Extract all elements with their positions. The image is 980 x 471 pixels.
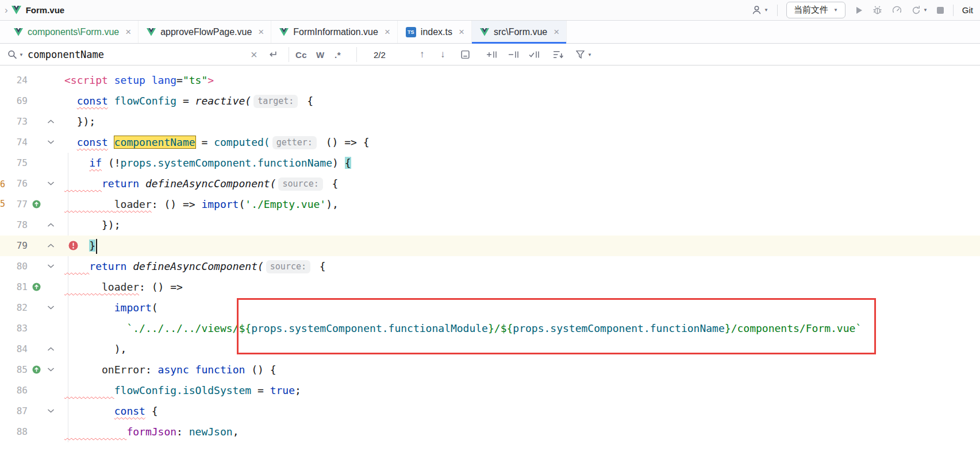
tab-label: approveFlowPage.vue (160, 27, 252, 37)
code-segment (126, 260, 133, 272)
apply-up-icon[interactable] (32, 283, 41, 291)
stop-icon (936, 6, 944, 14)
apply-up-icon[interactable] (32, 200, 41, 209)
code-line[interactable]: 84 ), (0, 339, 980, 360)
tab-forminformation-vue[interactable]: FormInformation.vue× (271, 21, 398, 43)
code-line[interactable]: 81 loader: () => (0, 277, 980, 298)
code-text: const { (57, 401, 980, 422)
line-number[interactable]: 75 (0, 153, 28, 173)
gutter: 76 (0, 173, 57, 194)
code-segment (64, 426, 126, 438)
code-line[interactable]: 80 return defineAsyncComponent(source: { (0, 256, 980, 277)
edge-mark: 6 (0, 179, 6, 190)
line-number[interactable]: 87 (0, 401, 28, 422)
line-number[interactable]: 80 (0, 256, 28, 277)
line-number[interactable]: 74 (0, 132, 28, 153)
fold-marker-down[interactable] (47, 408, 55, 414)
rerun-button[interactable]: ▼ (911, 5, 928, 16)
add-occurrence-button[interactable] (486, 49, 498, 59)
code-segment: = (195, 136, 214, 148)
tab-index-ts[interactable]: TSindex.ts× (398, 21, 472, 43)
fold-marker-down[interactable] (47, 367, 55, 372)
fold-marker-down[interactable] (47, 264, 55, 269)
code-line[interactable]: 87 const { (0, 401, 980, 422)
search-icon[interactable]: ▼ (7, 49, 24, 59)
profiler-button[interactable] (891, 5, 902, 16)
newline-icon[interactable] (268, 50, 278, 59)
run-config-selector[interactable]: 当前文件 ▼ (786, 2, 846, 18)
code-segment (139, 177, 145, 190)
fold-marker-down[interactable] (47, 181, 55, 186)
clear-search-icon[interactable]: × (251, 48, 258, 61)
run-button[interactable] (854, 6, 863, 15)
select-all-occurrences-button[interactable] (529, 49, 540, 59)
code-line[interactable]: 79 } (0, 235, 980, 256)
line-number[interactable]: 24 (0, 70, 28, 91)
line-number[interactable]: 88 (0, 422, 28, 442)
fold-marker-up[interactable] (47, 243, 55, 248)
code-line[interactable]: 69 const flowConfig = reactive(target: { (0, 91, 980, 111)
run-config-label: 当前文件 (794, 5, 828, 16)
code-editor[interactable]: 24<script setup lang="ts">69 const flowC… (0, 65, 980, 471)
regex-toggle[interactable]: .* (335, 49, 341, 59)
find-in-selection-button[interactable] (460, 49, 470, 59)
fold-marker-up[interactable] (47, 346, 55, 352)
code-line[interactable]: 85 onError: async function () { (0, 360, 980, 380)
filter-button[interactable]: ▼ (576, 50, 592, 59)
close-tab-icon[interactable]: × (125, 26, 131, 38)
code-line[interactable]: 76 return defineAsyncComponent(source: { (0, 173, 980, 194)
line-number[interactable]: 81 (0, 277, 28, 298)
code-segment: { (145, 405, 158, 417)
code-segment (108, 74, 114, 86)
line-number[interactable]: 85 (0, 360, 28, 380)
code-line[interactable]: 82 import( (0, 298, 980, 318)
code-segment: props.systemComponent.functionName (513, 322, 724, 334)
fold-marker-down[interactable] (47, 140, 55, 145)
fold-marker-down[interactable] (47, 305, 55, 310)
line-number[interactable]: 84 (0, 339, 28, 360)
prev-match-button[interactable]: ↑ (420, 49, 425, 60)
line-number[interactable]: 79 (0, 235, 28, 256)
line-number[interactable]: 69 (0, 91, 28, 111)
sort-results-button[interactable] (553, 50, 564, 59)
code-line[interactable]: 88 formJson: newJson, (0, 422, 980, 442)
tab-approveflowpage-vue[interactable]: approveFlowPage.vue× (139, 21, 271, 43)
code-line[interactable]: 83 `./../../../views/${props.systemCompo… (0, 318, 980, 339)
user-menu-button[interactable]: ▼ (751, 5, 768, 16)
close-tab-icon[interactable]: × (459, 26, 464, 38)
stop-button[interactable] (936, 6, 944, 14)
code-segment: import (201, 198, 239, 210)
line-number[interactable]: 78 (0, 215, 28, 235)
debug-button[interactable] (872, 5, 883, 16)
apply-up-icon[interactable] (32, 365, 41, 374)
close-tab-icon[interactable]: × (554, 26, 559, 38)
code-line[interactable]: 75 if (!props.systemComponent.functionNa… (0, 153, 980, 173)
line-number[interactable]: 73 (0, 111, 28, 132)
code-line[interactable]: 77 loader: () => import('./Empty.vue'), (0, 194, 980, 215)
code-segment (145, 74, 152, 86)
fold-marker-up[interactable] (47, 222, 55, 227)
code-line[interactable]: 74 const componentName = computed(getter… (0, 132, 980, 153)
code-segment (64, 281, 102, 293)
code-line[interactable]: 24<script setup lang="ts"> (0, 70, 980, 91)
line-number[interactable]: 83 (0, 318, 28, 339)
close-tab-icon[interactable]: × (258, 26, 264, 38)
code-segment (108, 136, 114, 148)
next-match-button[interactable]: ↓ (440, 49, 445, 60)
line-number[interactable]: 82 (0, 298, 28, 318)
code-line[interactable]: 86 flowConfig.isOldSystem = true; (0, 380, 980, 401)
code-segment: if (89, 157, 102, 169)
find-bar: ▼ componentName × Cc W .* 2/2 ↑ ↓ (0, 44, 980, 65)
tab-src-form-vue[interactable]: src\Form.vue× (472, 21, 567, 43)
line-number[interactable]: 86 (0, 380, 28, 401)
code-line[interactable]: 78 }); (0, 215, 980, 235)
fold-marker-up[interactable] (47, 119, 55, 124)
tab-components-form-vue[interactable]: components\Form.vue× (6, 21, 139, 43)
whole-words-toggle[interactable]: W (316, 49, 325, 59)
code-line[interactable]: 73 }); (0, 111, 980, 132)
git-menu[interactable]: Git (962, 5, 973, 15)
match-case-toggle[interactable]: Cc (295, 49, 307, 59)
close-tab-icon[interactable]: × (385, 26, 390, 38)
remove-occurrence-button[interactable] (508, 49, 520, 59)
search-input[interactable]: componentName (28, 49, 104, 60)
